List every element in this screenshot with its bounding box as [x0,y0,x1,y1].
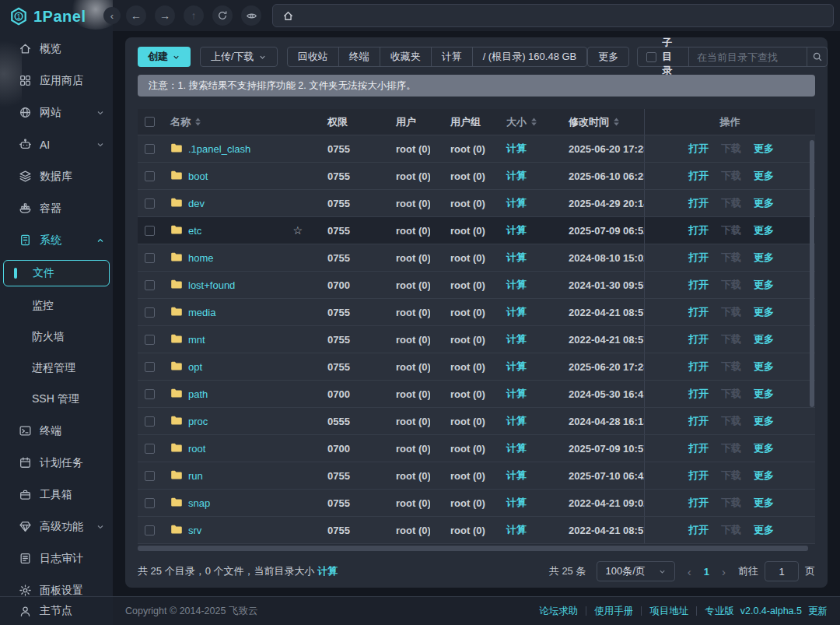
row-checkbox[interactable] [145,280,155,290]
file-name-link[interactable]: opt [188,361,202,373]
more-action[interactable]: 更多 [754,441,774,455]
more-action[interactable]: 更多 [754,469,774,483]
calculate-size-link[interactable]: 计算 [506,224,527,236]
more-action[interactable]: 更多 [754,223,774,237]
sidebar-subitem[interactable]: SSH 管理 [0,384,113,415]
edition-label[interactable]: 专业版 [705,605,734,618]
up-button[interactable]: ↑ [184,5,204,26]
file-name-link[interactable]: dev [188,198,205,209]
more-action[interactable]: 更多 [754,414,774,428]
calculate-size-link[interactable]: 计算 [506,388,527,399]
sidebar-item-home[interactable]: 概览 [0,33,113,65]
calculate-button[interactable]: 计算 [431,47,472,66]
sidebar-item-toolbox[interactable]: 工具箱 [0,479,113,511]
open-action[interactable]: 打开 [688,387,709,401]
column-header-name[interactable]: 名称 [161,115,307,129]
row-checkbox[interactable] [145,253,155,263]
row-checkbox[interactable] [145,226,155,236]
more-action[interactable]: 更多 [754,387,774,401]
search-input[interactable] [688,47,807,66]
more-action[interactable]: 更多 [754,196,774,210]
sidebar-item-terminal[interactable]: 终端 [0,415,113,447]
sidebar-item-website[interactable]: 网站 [0,97,113,128]
row-checkbox[interactable] [145,335,155,345]
sidebar-subitem-files-selected[interactable]: 文件 [3,260,110,286]
sidebar-item-appstore[interactable]: 应用商店 [0,65,113,97]
more-action[interactable]: 更多 [754,278,774,292]
subdirectory-checkbox-wrap[interactable]: 子目录 [638,47,688,66]
calculate-size-link[interactable]: 计算 [506,306,527,318]
recycle-bin-button[interactable]: 回收站 [288,47,338,66]
sidebar-item-ai[interactable]: AI [0,128,113,160]
calculate-size-link[interactable]: 计算 [506,360,527,372]
row-checkbox[interactable] [145,144,155,154]
next-page-button[interactable]: › [720,565,727,578]
open-action[interactable]: 打开 [688,523,709,537]
sidebar-item-database[interactable]: 数据库 [0,160,113,192]
vertical-scrollbar-thumb[interactable] [810,140,814,407]
row-checkbox[interactable] [145,198,155,209]
calculate-size-link[interactable]: 计算 [317,565,338,577]
sidebar-subitem[interactable]: 进程管理 [0,353,113,384]
page-size-select[interactable]: 100条/页 [597,561,674,581]
sidebar-item-system[interactable]: 系统 [0,224,113,256]
more-action[interactable]: 更多 [754,305,774,319]
sidebar-item-logs[interactable]: 日志审计 [0,542,113,574]
file-name-link[interactable]: boot [188,170,208,182]
calculate-size-link[interactable]: 计算 [506,333,527,345]
upload-download-button[interactable]: 上传/下载 [200,47,278,67]
terminal-button[interactable]: 终端 [338,47,380,66]
more-action[interactable]: 更多 [754,523,774,537]
open-action[interactable]: 打开 [688,196,709,210]
sidebar-item-settings[interactable]: 面板设置 [0,574,113,596]
sort-icon[interactable] [194,118,201,126]
calculate-size-link[interactable]: 计算 [506,415,527,427]
open-action[interactable]: 打开 [688,360,709,374]
row-checkbox[interactable] [145,307,155,318]
file-name-link[interactable]: home [188,252,214,264]
calculate-size-link[interactable]: 计算 [506,279,527,290]
open-action[interactable]: 打开 [688,469,709,483]
calculate-size-link[interactable]: 计算 [506,197,527,209]
open-action[interactable]: 打开 [688,169,709,183]
sidebar-item-master-node[interactable]: 主节点 [0,596,113,625]
sidebar-item-advanced[interactable]: 高级功能 [0,511,113,542]
open-action[interactable]: 打开 [688,251,709,265]
search-button[interactable] [807,47,827,66]
file-name-link[interactable]: lost+found [188,279,235,291]
more-action[interactable]: 更多 [754,360,774,374]
row-checkbox[interactable] [145,471,155,481]
row-checkbox[interactable] [145,362,155,372]
more-action[interactable]: 更多 [754,142,774,156]
status-link[interactable]: 使用手册 [594,605,633,618]
favorites-button[interactable]: 收藏夹 [380,47,431,66]
create-button[interactable]: 创建 [138,47,191,67]
favorite-star-icon[interactable]: ☆ [292,224,303,237]
brand-logo[interactable]: 1 1Panel [0,0,113,33]
more-action[interactable]: 更多 [754,332,774,346]
row-checkbox[interactable] [145,525,155,535]
select-all-checkbox[interactable] [145,117,155,127]
status-link[interactable]: 论坛求助 [539,605,578,618]
update-link[interactable]: 更新 [808,605,828,618]
calculate-size-link[interactable]: 计算 [506,524,527,535]
back-button[interactable]: ← [126,5,146,26]
subdirectory-checkbox[interactable] [646,52,656,62]
file-name-link[interactable]: .1panel_clash [188,143,250,155]
prev-page-button[interactable]: ‹ [686,565,693,578]
row-checkbox[interactable] [145,498,155,508]
horizontal-scrollbar-thumb[interactable] [138,546,808,551]
sidebar-subitem[interactable]: 防火墙 [0,321,113,353]
open-action[interactable]: 打开 [688,414,709,428]
open-action[interactable]: 打开 [688,305,709,319]
sidebar-item-cronjob[interactable]: 计划任务 [0,447,113,479]
sidebar-subitem[interactable]: 监控 [0,290,113,321]
sort-icon[interactable] [530,118,537,126]
file-name-link[interactable]: proc [188,416,208,427]
preview-toggle-button[interactable] [241,5,261,26]
sidebar-collapse-button[interactable]: ‹ [103,7,121,24]
more-button[interactable]: 更多 [587,47,629,67]
file-name-link[interactable]: path [188,388,208,400]
forward-button[interactable]: → [155,5,175,26]
row-checkbox[interactable] [145,416,155,427]
